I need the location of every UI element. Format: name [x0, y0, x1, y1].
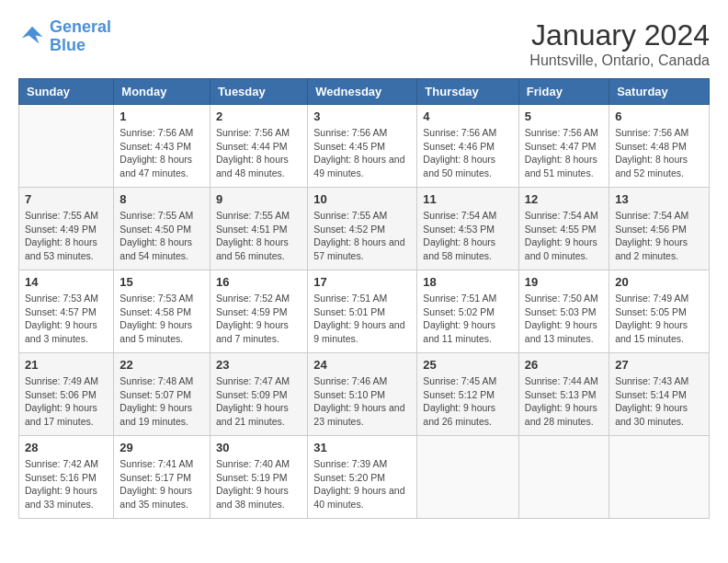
day-info: Sunrise: 7:54 AMSunset: 4:56 PMDaylight:…: [615, 209, 703, 263]
day-cell: 12Sunrise: 7:54 AMSunset: 4:55 PMDayligh…: [518, 188, 609, 270]
day-number: 21: [25, 358, 108, 372]
day-cell: 4Sunrise: 7:56 AMSunset: 4:46 PMDaylight…: [417, 105, 519, 188]
day-info: Sunrise: 7:49 AMSunset: 5:06 PMDaylight:…: [25, 374, 108, 429]
day-number: 24: [313, 358, 411, 372]
day-number: 30: [216, 441, 301, 454]
svg-marker-0: [22, 27, 43, 44]
day-info: Sunrise: 7:56 AMSunset: 4:44 PMDaylight:…: [216, 126, 301, 180]
day-cell: 21Sunrise: 7:49 AMSunset: 5:06 PMDayligh…: [19, 353, 114, 436]
day-number: 5: [525, 109, 603, 123]
page-title: January 2024: [529, 18, 710, 52]
week-row-3: 14Sunrise: 7:53 AMSunset: 4:57 PMDayligh…: [19, 270, 710, 353]
day-info: Sunrise: 7:54 AMSunset: 4:55 PMDaylight:…: [525, 209, 603, 263]
day-number: 18: [423, 275, 513, 289]
week-row-5: 28Sunrise: 7:42 AMSunset: 5:16 PMDayligh…: [19, 436, 710, 519]
day-info: Sunrise: 7:45 AMSunset: 5:12 PMDaylight:…: [423, 374, 513, 429]
day-cell: 1Sunrise: 7:56 AMSunset: 4:43 PMDaylight…: [114, 105, 210, 188]
day-cell: 20Sunrise: 7:49 AMSunset: 5:05 PMDayligh…: [609, 270, 710, 353]
day-info: Sunrise: 7:40 AMSunset: 5:19 PMDaylight:…: [216, 457, 301, 511]
day-cell: 9Sunrise: 7:55 AMSunset: 4:51 PMDaylight…: [210, 188, 307, 270]
day-info: Sunrise: 7:44 AMSunset: 5:13 PMDaylight:…: [525, 374, 603, 429]
day-info: Sunrise: 7:55 AMSunset: 4:50 PMDaylight:…: [119, 209, 204, 263]
day-number: 7: [25, 192, 108, 206]
day-cell: 5Sunrise: 7:56 AMSunset: 4:47 PMDaylight…: [518, 105, 609, 188]
day-info: Sunrise: 7:51 AMSunset: 5:01 PMDaylight:…: [313, 292, 411, 346]
day-info: Sunrise: 7:56 AMSunset: 4:43 PMDaylight:…: [119, 126, 204, 180]
day-number: 25: [423, 358, 513, 372]
day-number: 11: [423, 192, 513, 206]
day-info: Sunrise: 7:53 AMSunset: 4:57 PMDaylight:…: [25, 292, 108, 346]
header-row: SundayMondayTuesdayWednesdayThursdayFrid…: [19, 79, 710, 105]
day-number: 19: [525, 275, 603, 289]
day-number: 3: [313, 109, 411, 123]
logo-text: GeneralBlue: [50, 18, 111, 55]
day-cell: [19, 105, 114, 188]
day-info: Sunrise: 7:56 AMSunset: 4:46 PMDaylight:…: [423, 126, 513, 180]
week-row-4: 21Sunrise: 7:49 AMSunset: 5:06 PMDayligh…: [19, 353, 710, 436]
day-cell: 30Sunrise: 7:40 AMSunset: 5:19 PMDayligh…: [210, 436, 307, 519]
header-cell-friday: Friday: [518, 79, 609, 105]
day-info: Sunrise: 7:49 AMSunset: 5:05 PMDaylight:…: [615, 292, 703, 346]
day-cell: [417, 436, 519, 519]
day-number: 15: [119, 275, 204, 289]
day-cell: 3Sunrise: 7:56 AMSunset: 4:45 PMDaylight…: [308, 105, 417, 188]
day-number: 22: [119, 358, 204, 372]
week-row-1: 1Sunrise: 7:56 AMSunset: 4:43 PMDaylight…: [19, 105, 710, 188]
day-info: Sunrise: 7:55 AMSunset: 4:49 PMDaylight:…: [25, 209, 108, 263]
day-number: 2: [216, 109, 301, 123]
week-row-2: 7Sunrise: 7:55 AMSunset: 4:49 PMDaylight…: [19, 188, 710, 270]
day-cell: 17Sunrise: 7:51 AMSunset: 5:01 PMDayligh…: [308, 270, 417, 353]
day-info: Sunrise: 7:43 AMSunset: 5:14 PMDaylight:…: [615, 374, 703, 429]
day-number: 27: [615, 358, 703, 372]
day-cell: 10Sunrise: 7:55 AMSunset: 4:52 PMDayligh…: [308, 188, 417, 270]
day-number: 9: [216, 192, 301, 206]
day-number: 4: [423, 109, 513, 123]
day-cell: 27Sunrise: 7:43 AMSunset: 5:14 PMDayligh…: [609, 353, 710, 436]
title-block: January 2024 Huntsville, Ontario, Canada: [529, 18, 710, 69]
day-info: Sunrise: 7:53 AMSunset: 4:58 PMDaylight:…: [119, 292, 204, 346]
day-cell: 15Sunrise: 7:53 AMSunset: 4:58 PMDayligh…: [114, 270, 210, 353]
day-info: Sunrise: 7:56 AMSunset: 4:48 PMDaylight:…: [615, 126, 703, 180]
day-number: 12: [525, 192, 603, 206]
day-cell: 26Sunrise: 7:44 AMSunset: 5:13 PMDayligh…: [518, 353, 609, 436]
header-cell-tuesday: Tuesday: [210, 79, 307, 105]
day-number: 28: [25, 441, 108, 454]
day-number: 14: [25, 275, 108, 289]
day-cell: 29Sunrise: 7:41 AMSunset: 5:17 PMDayligh…: [114, 436, 210, 519]
day-number: 13: [615, 192, 703, 206]
day-info: Sunrise: 7:54 AMSunset: 4:53 PMDaylight:…: [423, 209, 513, 263]
day-number: 10: [313, 192, 411, 206]
calendar-body: 1Sunrise: 7:56 AMSunset: 4:43 PMDaylight…: [19, 105, 710, 519]
day-number: 6: [615, 109, 703, 123]
day-info: Sunrise: 7:56 AMSunset: 4:47 PMDaylight:…: [525, 126, 603, 180]
day-info: Sunrise: 7:46 AMSunset: 5:10 PMDaylight:…: [313, 374, 411, 429]
day-cell: 11Sunrise: 7:54 AMSunset: 4:53 PMDayligh…: [417, 188, 519, 270]
day-number: 16: [216, 275, 301, 289]
day-info: Sunrise: 7:55 AMSunset: 4:51 PMDaylight:…: [216, 209, 301, 263]
day-cell: 31Sunrise: 7:39 AMSunset: 5:20 PMDayligh…: [308, 436, 417, 519]
calendar-header: SundayMondayTuesdayWednesdayThursdayFrid…: [19, 79, 710, 105]
day-cell: 14Sunrise: 7:53 AMSunset: 4:57 PMDayligh…: [19, 270, 114, 353]
day-cell: 8Sunrise: 7:55 AMSunset: 4:50 PMDaylight…: [114, 188, 210, 270]
calendar-table: SundayMondayTuesdayWednesdayThursdayFrid…: [18, 78, 710, 519]
header-cell-sunday: Sunday: [19, 79, 114, 105]
day-number: 31: [313, 441, 411, 454]
day-cell: [609, 436, 710, 519]
day-info: Sunrise: 7:55 AMSunset: 4:52 PMDaylight:…: [313, 209, 411, 263]
day-info: Sunrise: 7:42 AMSunset: 5:16 PMDaylight:…: [25, 457, 108, 511]
day-info: Sunrise: 7:39 AMSunset: 5:20 PMDaylight:…: [313, 457, 411, 511]
day-number: 29: [119, 441, 204, 454]
day-cell: 16Sunrise: 7:52 AMSunset: 4:59 PMDayligh…: [210, 270, 307, 353]
day-cell: 6Sunrise: 7:56 AMSunset: 4:48 PMDaylight…: [609, 105, 710, 188]
day-cell: 24Sunrise: 7:46 AMSunset: 5:10 PMDayligh…: [308, 353, 417, 436]
day-info: Sunrise: 7:56 AMSunset: 4:45 PMDaylight:…: [313, 126, 411, 180]
header-cell-monday: Monday: [114, 79, 210, 105]
header-cell-thursday: Thursday: [417, 79, 519, 105]
day-info: Sunrise: 7:47 AMSunset: 5:09 PMDaylight:…: [216, 374, 301, 429]
day-number: 26: [525, 358, 603, 372]
day-cell: 19Sunrise: 7:50 AMSunset: 5:03 PMDayligh…: [518, 270, 609, 353]
day-cell: [518, 436, 609, 519]
day-cell: 7Sunrise: 7:55 AMSunset: 4:49 PMDaylight…: [19, 188, 114, 270]
day-cell: 2Sunrise: 7:56 AMSunset: 4:44 PMDaylight…: [210, 105, 307, 188]
day-cell: 23Sunrise: 7:47 AMSunset: 5:09 PMDayligh…: [210, 353, 307, 436]
